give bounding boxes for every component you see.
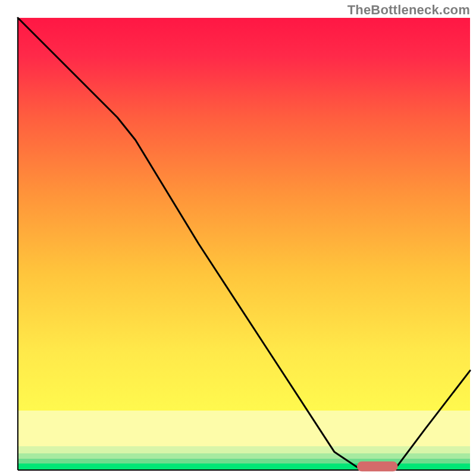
band-green-1 (18, 446, 470, 453)
chart-container: TheBottleneck.com (0, 0, 476, 476)
band-green-2 (18, 453, 470, 459)
gradient-body (18, 18, 470, 411)
trough-marker (357, 462, 397, 472)
chart-svg (0, 0, 476, 476)
band-green-bottom (18, 464, 470, 470)
watermark-text: TheBottleneck.com (347, 2, 470, 18)
band-pale-yellow (18, 411, 470, 446)
